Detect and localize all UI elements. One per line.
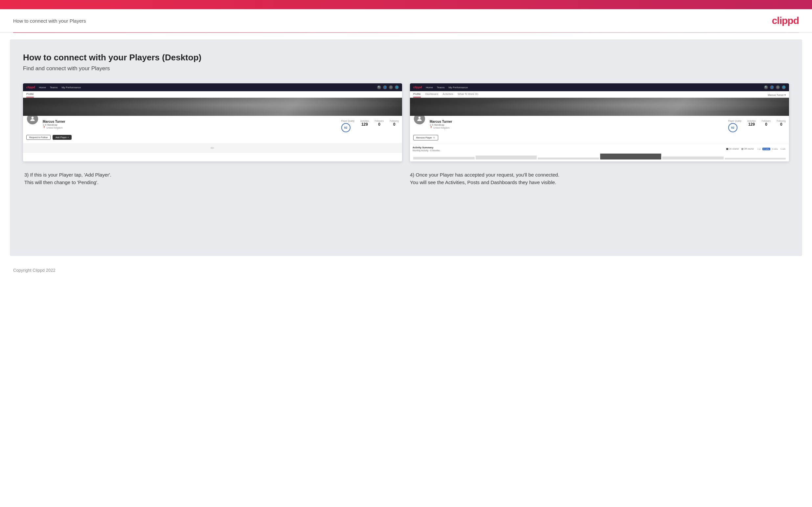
mock-nav-teams-3: Teams xyxy=(50,86,58,89)
mock-logo-3: clippd xyxy=(26,86,35,89)
mock-buttons-4: Remove Player ✕ xyxy=(413,135,786,140)
logo: clippd xyxy=(772,15,799,26)
screenshot-3: clippd Home Teams My Performance 🔍 👤 ⚙ 🌐… xyxy=(23,83,402,161)
mock-navbar-4: clippd Home Teams My Performance 🔍 👤 ⚙ 🌐 xyxy=(410,83,789,91)
header-divider xyxy=(13,33,799,33)
mock-nav-performance-4: My Performance xyxy=(448,86,468,89)
profile-info-3: Marcus Turner 1-5 Handicap 📍 United King… xyxy=(43,118,337,129)
following-value-3: 0 xyxy=(390,122,399,127)
copyright-text: Copyright Clippd 2022 xyxy=(13,268,55,273)
scroll-icon-3: ✏ xyxy=(211,146,214,151)
legend-dot-off-course-4 xyxy=(742,148,743,150)
top-bar xyxy=(0,0,812,9)
globe-icon-4[interactable]: 🌐 xyxy=(782,85,786,89)
time-btn-3mths-4[interactable]: 3 mths xyxy=(771,148,779,150)
mock-cover-texture-4 xyxy=(410,98,789,116)
profile-handicap-3: 1-5 Handicap xyxy=(43,123,337,126)
profile-handicap-4: 1-5 Handicap xyxy=(429,123,724,126)
followers-stat-4: Followers 0 xyxy=(762,120,771,132)
settings-icon-3[interactable]: ⚙ xyxy=(389,85,393,89)
user-label-4: Marcus Turner ▾ xyxy=(768,94,786,97)
main-subtitle: Find and connect with your Players xyxy=(23,65,789,72)
mock-stats-4: Player Quality 92 Activities 129 Followe… xyxy=(728,118,786,132)
mock-cover-3 xyxy=(23,98,402,116)
followers-value-4: 0 xyxy=(762,122,771,127)
following-label-3: Following xyxy=(390,120,399,122)
tab-activities-4[interactable]: Activities xyxy=(443,93,453,98)
time-btn-6mths-4[interactable]: 6 mths xyxy=(762,148,770,150)
quality-label-4: Player Quality xyxy=(728,120,742,122)
bar-5-4 xyxy=(662,157,724,160)
header-title: How to connect with your Players xyxy=(13,18,86,23)
mock-app-4: clippd Home Teams My Performance 🔍 👤 ⚙ 🌐 xyxy=(410,83,789,161)
description-4: 4) Once your Player has accepted your re… xyxy=(410,171,788,186)
user-icon-4[interactable]: 👤 xyxy=(770,85,774,89)
legend-on-course-4: On course xyxy=(726,148,739,150)
profile-name-3: Marcus Turner xyxy=(43,120,337,123)
activities-value-4: 129 xyxy=(747,122,756,127)
tab-dashboard-4[interactable]: Dashboard xyxy=(425,93,438,98)
mock-tabs-3: Profile xyxy=(23,91,402,98)
mock-avatar-row-3: Marcus Turner 1-5 Handicap 📍 United King… xyxy=(26,118,399,132)
request-follow-button-3[interactable]: Request to Follow xyxy=(26,135,51,140)
bar-3-4 xyxy=(538,158,599,160)
tab-profile-3[interactable]: Profile xyxy=(26,93,34,98)
mock-nav-teams-4: Teams xyxy=(437,86,445,89)
profile-name-4: Marcus Turner xyxy=(429,120,724,123)
user-icon-3[interactable]: 👤 xyxy=(383,85,387,89)
quality-label-3: Player Quality xyxy=(341,120,354,122)
search-icon-3[interactable]: 🔍 xyxy=(377,85,381,89)
tab-profile-4[interactable]: Profile xyxy=(413,93,421,98)
time-buttons-4: 1 yr 6 mths 3 mths 1 mth xyxy=(757,148,786,150)
description-3: 3) If this is your Player tap, 'Add Play… xyxy=(24,171,402,186)
legend-label-off-course-4: Off course xyxy=(744,148,754,150)
main-content: How to connect with your Players (Deskto… xyxy=(10,39,802,256)
activity-period-4: Monthly Activity · 6 Months xyxy=(413,149,440,152)
settings-icon-4[interactable]: ⚙ xyxy=(776,85,780,89)
mock-logo-4: clippd xyxy=(413,86,422,89)
mock-stats-3: Player Quality 92 Activities 129 Followe… xyxy=(341,118,399,132)
mock-profile-section-4: Marcus Turner 1-5 Handicap 📍 United King… xyxy=(410,116,789,144)
time-btn-1mth-4[interactable]: 1 mth xyxy=(779,148,786,150)
activities-stat-4: Activities 129 xyxy=(747,120,756,132)
followers-label-4: Followers xyxy=(762,120,771,122)
followers-label-3: Followers xyxy=(375,120,384,122)
activities-stat-3: Activities 129 xyxy=(360,120,369,132)
bar-1-4 xyxy=(413,157,475,160)
activities-label-3: Activities xyxy=(360,120,369,122)
tabs-left-4: Profile Dashboard Activities What To Wor… xyxy=(413,93,478,98)
followers-value-3: 0 xyxy=(375,122,384,127)
legend-off-course-4: Off course xyxy=(742,148,754,150)
add-player-button-3[interactable]: Add Player + xyxy=(53,135,71,140)
followers-stat-3: Followers 0 xyxy=(375,120,384,132)
mock-nav-icons-4: 🔍 👤 ⚙ 🌐 xyxy=(764,85,786,89)
remove-player-label-4: Remove Player xyxy=(416,136,432,139)
tab-what-to-work-on-4[interactable]: What To Work On xyxy=(458,93,478,98)
bar-2-4 xyxy=(476,156,537,160)
location-pin-icon-3: 📍 xyxy=(43,126,46,129)
remove-player-button-4[interactable]: Remove Player ✕ xyxy=(413,135,438,140)
following-stat-4: Following 0 xyxy=(777,120,786,132)
mock-scroll-area-3: ✏ xyxy=(23,143,402,153)
search-icon-4[interactable]: 🔍 xyxy=(764,85,768,89)
footer: Copyright Clippd 2022 xyxy=(0,263,812,278)
following-label-4: Following xyxy=(777,120,786,122)
bar-4-4 xyxy=(600,154,662,160)
profile-location-3: 📍 United Kingdom xyxy=(43,126,337,129)
mock-nav-performance-3: My Performance xyxy=(61,86,81,89)
mock-nav-home-3: Home xyxy=(39,86,46,89)
mock-tabs-4: Profile Dashboard Activities What To Wor… xyxy=(410,91,789,98)
header: How to connect with your Players clippd xyxy=(0,9,812,33)
close-icon-4: ✕ xyxy=(433,136,435,139)
profile-location-4: 📍 United Kingdom xyxy=(429,126,724,129)
descriptions-row: 3) If this is your Player tap, 'Add Play… xyxy=(23,171,789,186)
time-btn-1yr-4[interactable]: 1 yr xyxy=(757,148,762,150)
quality-circle-3: 92 xyxy=(341,123,351,132)
legend-dot-on-course-4 xyxy=(726,148,728,150)
activity-header-4: Activity Summary Monthly Activity · 6 Mo… xyxy=(413,146,786,152)
mock-cover-4 xyxy=(410,98,789,116)
bar-chart-4 xyxy=(413,153,786,160)
mock-profile-section-3: Marcus Turner 1-5 Handicap 📍 United King… xyxy=(23,116,402,143)
globe-icon-3[interactable]: 🌐 xyxy=(395,85,399,89)
mock-cover-texture-3 xyxy=(23,98,402,116)
